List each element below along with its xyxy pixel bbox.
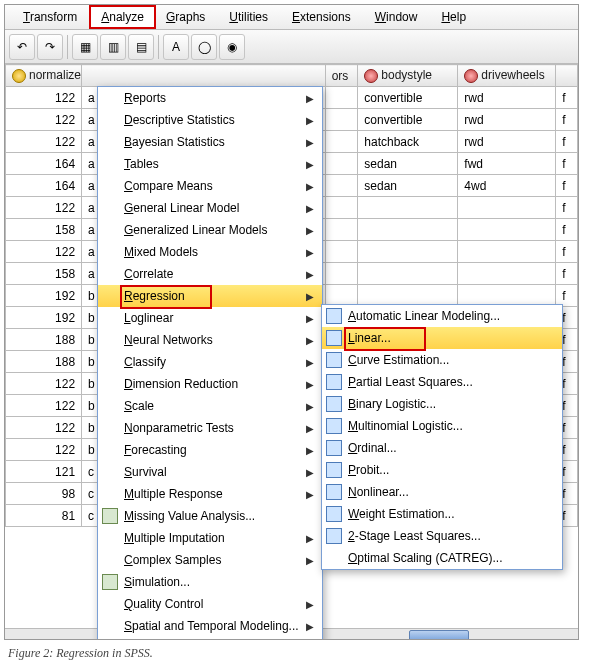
abc-icon[interactable]: A (163, 34, 189, 60)
submenu-item-nonlinear-[interactable]: Nonlinear... (322, 481, 562, 503)
cell[interactable]: 192 (6, 285, 82, 307)
menu-item-descriptive-statistics[interactable]: Descriptive Statistics▶ (98, 109, 322, 131)
cell[interactable]: f (556, 131, 578, 153)
menu-item-missing-value-analysis-[interactable]: Missing Value Analysis... (98, 505, 322, 527)
cell[interactable]: f (556, 263, 578, 285)
submenu-item-probit-[interactable]: Probit... (322, 459, 562, 481)
cell[interactable]: rwd (458, 87, 556, 109)
cell[interactable]: f (556, 175, 578, 197)
cell[interactable]: 158 (6, 263, 82, 285)
cell[interactable]: f (556, 153, 578, 175)
cell[interactable]: 164 (6, 175, 82, 197)
column-header-blank[interactable] (82, 65, 326, 87)
undo-icon[interactable]: ↶ (9, 34, 35, 60)
menu-item-general-linear-model[interactable]: General Linear Model▶ (98, 197, 322, 219)
cell[interactable]: rwd (458, 109, 556, 131)
cell[interactable]: 122 (6, 109, 82, 131)
grid3-icon[interactable]: ▤ (128, 34, 154, 60)
cell[interactable]: rwd (458, 131, 556, 153)
menu-item-multiple-response[interactable]: Multiple Response▶ (98, 483, 322, 505)
cell[interactable]: sedan (358, 153, 458, 175)
circles-icon[interactable]: ◯ (191, 34, 217, 60)
cell[interactable] (358, 219, 458, 241)
menu-item-survival[interactable]: Survival▶ (98, 461, 322, 483)
cell[interactable] (458, 197, 556, 219)
cell[interactable]: 122 (6, 417, 82, 439)
cell[interactable]: sedan (358, 175, 458, 197)
submenu-item-curve-estimation-[interactable]: Curve Estimation... (322, 349, 562, 371)
submenu-item-ordinal-[interactable]: Ordinal... (322, 437, 562, 459)
menu-item-scale[interactable]: Scale▶ (98, 395, 322, 417)
grid2-icon[interactable]: ▥ (100, 34, 126, 60)
submenu-item-optimal-scaling-catreg-[interactable]: Optimal Scaling (CATREG)... (322, 547, 562, 569)
menu-analyze[interactable]: Analyze (89, 5, 156, 29)
menu-item-reports[interactable]: Reports▶ (98, 87, 322, 109)
menu-item-correlate[interactable]: Correlate▶ (98, 263, 322, 285)
cell[interactable]: 158 (6, 219, 82, 241)
menu-item-regression[interactable]: Regression▶ (98, 285, 322, 307)
submenu-item-partial-least-squares-[interactable]: Partial Least Squares... (322, 371, 562, 393)
cell[interactable]: 122 (6, 197, 82, 219)
menu-transform[interactable]: Transform (11, 7, 89, 27)
cell[interactable]: 122 (6, 373, 82, 395)
cell[interactable] (325, 197, 358, 219)
cell[interactable]: 192 (6, 307, 82, 329)
cell[interactable] (325, 109, 358, 131)
menu-item-nonparametric-tests[interactable]: Nonparametric Tests▶ (98, 417, 322, 439)
cell[interactable] (325, 131, 358, 153)
menu-item-tables[interactable]: Tables▶ (98, 153, 322, 175)
cell[interactable] (325, 263, 358, 285)
cell[interactable]: convertible (358, 87, 458, 109)
column-header-blank[interactable] (556, 65, 578, 87)
menu-extensions[interactable]: Extensions (280, 7, 363, 27)
menu-item-compare-means[interactable]: Compare Means▶ (98, 175, 322, 197)
cell[interactable]: 164 (6, 153, 82, 175)
scroll-thumb[interactable] (409, 630, 469, 640)
cell[interactable]: 188 (6, 351, 82, 373)
cell[interactable]: 122 (6, 439, 82, 461)
cell[interactable]: 121 (6, 461, 82, 483)
cell[interactable]: 81 (6, 505, 82, 527)
menu-item-mixed-models[interactable]: Mixed Models▶ (98, 241, 322, 263)
menu-item-multiple-imputation[interactable]: Multiple Imputation▶ (98, 527, 322, 549)
menu-help[interactable]: Help (429, 7, 478, 27)
grid1-icon[interactable]: ▦ (72, 34, 98, 60)
cell[interactable] (458, 219, 556, 241)
cell[interactable]: hatchback (358, 131, 458, 153)
cell[interactable]: f (556, 87, 578, 109)
menu-item-bayesian-statistics[interactable]: Bayesian Statistics▶ (98, 131, 322, 153)
cell[interactable]: f (556, 219, 578, 241)
submenu-item-weight-estimation-[interactable]: Weight Estimation... (322, 503, 562, 525)
menu-graphs[interactable]: Graphs (154, 7, 217, 27)
cell[interactable] (325, 241, 358, 263)
menu-item-quality-control[interactable]: Quality Control▶ (98, 593, 322, 615)
menu-item-generalized-linear-models[interactable]: Generalized Linear Models▶ (98, 219, 322, 241)
submenu-item--stage-least-squares-[interactable]: 2-Stage Least Squares... (322, 525, 562, 547)
cell[interactable]: convertible (358, 109, 458, 131)
cell[interactable] (358, 241, 458, 263)
cell[interactable] (325, 153, 358, 175)
submenu-item-automatic-linear-modeling-[interactable]: Automatic Linear Modeling... (322, 305, 562, 327)
menu-item-simulation-[interactable]: Simulation... (98, 571, 322, 593)
cell[interactable]: fwd (458, 153, 556, 175)
cell[interactable]: 98 (6, 483, 82, 505)
cell[interactable] (358, 263, 458, 285)
submenu-item-multinomial-logistic-[interactable]: Multinomial Logistic... (322, 415, 562, 437)
cell[interactable]: 4wd (458, 175, 556, 197)
submenu-item-binary-logistic-[interactable]: Binary Logistic... (322, 393, 562, 415)
cell[interactable] (325, 87, 358, 109)
menu-item-dimension-reduction[interactable]: Dimension Reduction▶ (98, 373, 322, 395)
cell[interactable] (325, 175, 358, 197)
cell[interactable] (358, 197, 458, 219)
column-header-drivewheels[interactable]: drivewheels (458, 65, 556, 87)
menu-item-loglinear[interactable]: Loglinear▶ (98, 307, 322, 329)
cell[interactable]: 188 (6, 329, 82, 351)
column-header-ors[interactable]: ors (325, 65, 358, 87)
cell[interactable]: 122 (6, 241, 82, 263)
column-header-normalizedlosses[interactable]: normalizedlosses (6, 65, 82, 87)
cell[interactable]: f (556, 197, 578, 219)
cell[interactable] (325, 219, 358, 241)
cell[interactable] (458, 263, 556, 285)
menu-window[interactable]: Window (363, 7, 430, 27)
menu-item-forecasting[interactable]: Forecasting▶ (98, 439, 322, 461)
